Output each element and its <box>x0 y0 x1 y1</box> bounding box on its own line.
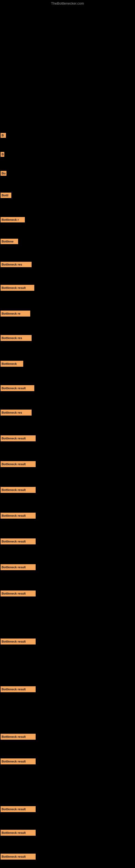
bottleneck-result-b1: B <box>1 133 6 138</box>
bottleneck-result-b14: Bottleneck result <box>1 435 36 441</box>
bottleneck-result-b17: Bottleneck result <box>1 513 36 519</box>
bottleneck-result-b2: B <box>1 152 4 157</box>
bottleneck-result-b22: Bottleneck result <box>1 686 36 692</box>
bottleneck-result-b12: Bottleneck result <box>1 385 34 391</box>
bottleneck-result-b27: Bottleneck result <box>1 854 36 860</box>
bottleneck-result-b25: Bottleneck result <box>1 806 36 812</box>
bottleneck-result-b7: Bottleneck res <box>1 262 32 267</box>
bottleneck-result-b10: Bottleneck res <box>1 335 32 341</box>
bottleneck-result-b21: Bottleneck result <box>1 639 36 645</box>
bottleneck-result-b11: Bottleneck <box>1 361 23 367</box>
bottleneck-result-b6: Bottlene <box>1 239 18 244</box>
site-title: TheBottlenecker.com <box>0 1 135 5</box>
bottleneck-result-b20: Bottleneck result <box>1 590 36 596</box>
bottleneck-result-b3: Bo <box>1 171 6 176</box>
bottleneck-result-b13: Bottleneck res <box>1 410 32 415</box>
bottleneck-result-b5: Bottleneck r <box>1 217 25 222</box>
bottleneck-result-b16: Bottleneck result <box>1 487 36 493</box>
bottleneck-result-b26: Bottleneck result <box>1 830 36 836</box>
bottleneck-result-b9: Bottleneck re <box>1 311 30 316</box>
bottleneck-result-b23: Bottleneck result <box>1 734 36 740</box>
bottleneck-result-b8: Bottleneck result <box>1 285 34 291</box>
bottleneck-result-b4: Bottl <box>1 193 11 198</box>
bottleneck-result-b24: Bottleneck result <box>1 758 36 764</box>
bottleneck-result-b15: Bottleneck result <box>1 461 36 467</box>
bottleneck-result-b18: Bottleneck result <box>1 538 36 545</box>
bottleneck-result-b19: Bottleneck result <box>1 564 36 570</box>
page-wrapper: TheBottlenecker.com BBBoBottlBottleneck … <box>0 0 135 868</box>
